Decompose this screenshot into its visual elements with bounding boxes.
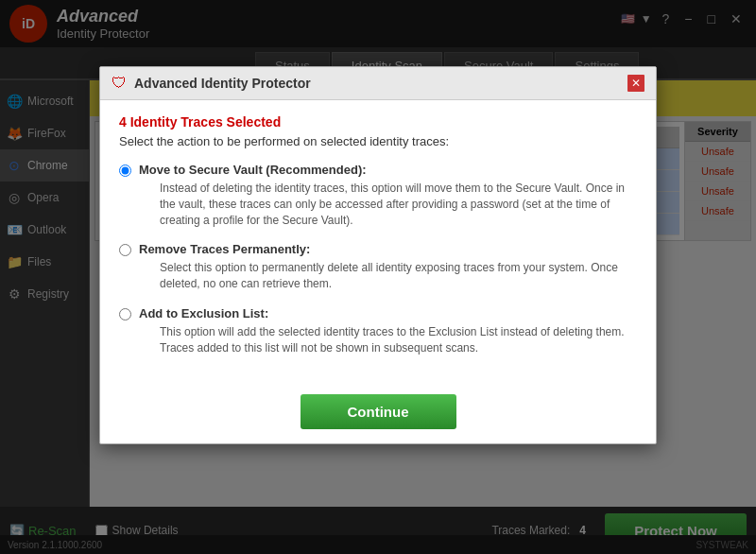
modal-selected-count: 4 Identity Traces Selected [119,114,637,130]
app-container: iD Advanced Identity Protector 🇺🇸 ▼ ? − … [0,0,756,554]
modal-overlay: 🛡 Advanced Identity Protector ✕ 4 Identi… [0,0,756,554]
modal-option-2-title: Remove Traces Permanently: [139,242,637,256]
modal-option-3: Add to Exclusion List: This option will … [119,306,637,356]
modal-footer: Continue [100,385,656,443]
modal-option-2-content: Remove Traces Permanently: Select this o… [139,242,637,292]
modal-option-2-desc: Select this option to permanently delete… [160,260,637,292]
modal-option-1-content: Move to Secure Vault (Recommended): Inst… [139,163,637,228]
modal-option-3-radio[interactable] [119,308,131,320]
modal-option-1-title: Move to Secure Vault (Recommended): [139,163,637,177]
modal-option-3-label[interactable]: Add to Exclusion List: This option will … [119,306,637,356]
modal-instruction: Select the action to be performed on sel… [119,134,637,148]
modal-header-icon: 🛡 [112,75,127,92]
modal-option-2: Remove Traces Permanently: Select this o… [119,242,637,292]
modal-option-1: Move to Secure Vault (Recommended): Inst… [119,163,637,228]
continue-button[interactable]: Continue [301,394,456,429]
modal-header-title: Advanced Identity Protector [134,76,620,91]
modal-dialog: 🛡 Advanced Identity Protector ✕ 4 Identi… [99,66,657,444]
modal-option-3-desc: This option will add the selected identi… [160,324,637,356]
modal-option-2-label[interactable]: Remove Traces Permanently: Select this o… [119,242,637,292]
modal-option-1-radio[interactable] [119,164,131,177]
modal-option-1-label[interactable]: Move to Secure Vault (Recommended): Inst… [119,163,637,228]
modal-close-button[interactable]: ✕ [627,75,644,92]
modal-option-3-content: Add to Exclusion List: This option will … [139,306,637,356]
modal-option-3-title: Add to Exclusion List: [139,306,637,320]
modal-option-1-desc: Instead of deleting the identity traces,… [160,181,637,228]
modal-option-2-radio[interactable] [119,244,131,256]
modal-body: 4 Identity Traces Selected Select the ac… [100,100,656,385]
modal-header: 🛡 Advanced Identity Protector ✕ [100,67,656,100]
